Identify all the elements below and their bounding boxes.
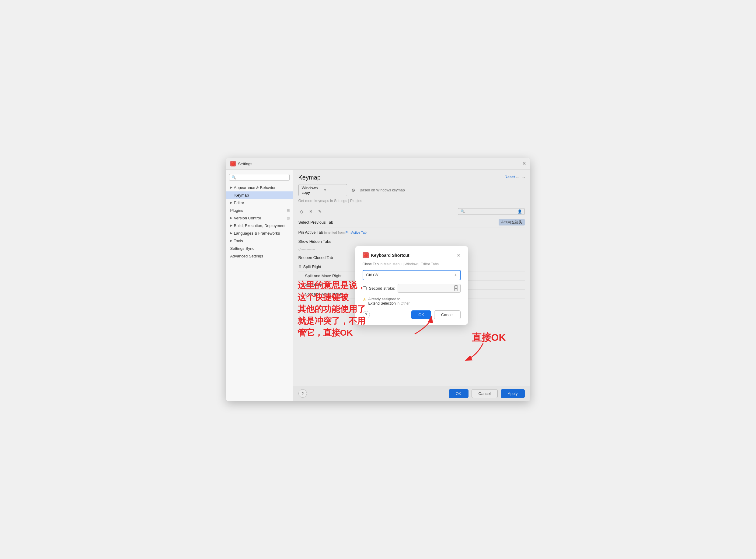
sidebar-item-label: Languages & Frameworks — [234, 231, 280, 236]
collapse-arrow-icon: ▶ — [230, 231, 232, 234]
sidebar-item-appearance[interactable]: ▶ Appearance & Behavior — [226, 184, 293, 192]
sidebar-item-advanced-settings[interactable]: Advanced Settings — [226, 252, 293, 260]
main-layout: 🔍 ▶ Appearance & Behavior Keymap ▶ Edito… — [226, 170, 530, 401]
sidebar-item-version-control[interactable]: ▶ Version Control ▤ — [226, 214, 293, 222]
modal-subtitle: Close Tab in Main Menu | Window | Editor… — [363, 262, 461, 266]
warning-item: Extend Selection — [368, 301, 396, 306]
collapse-arrow-icon: ▶ — [230, 216, 232, 219]
sidebar-item-label: Appearance & Behavior — [234, 185, 276, 190]
modal-title: Keyboard Shortcut — [371, 253, 457, 258]
keyboard-shortcut-dialog: 🔴 Keyboard Shortcut ✕ Close Tab in Main … — [355, 246, 468, 325]
window-title: Settings — [238, 162, 252, 166]
modal-action-label: Close Tab — [363, 262, 379, 266]
sidebar-item-label: Tools — [234, 239, 243, 243]
sidebar-item-label: Build, Execution, Deployment — [234, 223, 286, 228]
sidebar: 🔍 ▶ Appearance & Behavior Keymap ▶ Edito… — [226, 170, 293, 401]
warning-prefix: Already assigned to: — [368, 297, 402, 301]
second-stroke-row: Second stroke: + — [363, 284, 461, 293]
warning-text: Already assigned to: Extend Selection in… — [368, 297, 410, 306]
modal-overlay: 🔴 Keyboard Shortcut ✕ Close Tab in Main … — [293, 170, 530, 401]
app-icon: 🔴 — [230, 161, 236, 166]
shortcut-input-row[interactable]: Ctrl+W + — [363, 270, 461, 280]
modal-action-path: in Main Menu | Window | Editor Tabs — [380, 262, 439, 266]
shortcut-value: Ctrl+W — [366, 273, 454, 277]
modal-actions: ? OK Cancel — [363, 310, 461, 319]
collapse-arrow-icon: ▶ — [230, 201, 232, 204]
settings-window: 🔴 Settings ✕ 🔍 ▶ Appearance & Behavior K… — [226, 158, 530, 401]
sidebar-item-tools[interactable]: ▶ Tools — [226, 237, 293, 245]
warning-icon: ⚠ — [363, 297, 367, 302]
second-stroke-checkbox[interactable] — [363, 286, 367, 290]
window-close-button[interactable]: ✕ — [522, 161, 526, 166]
sidebar-item-build[interactable]: ▶ Build, Execution, Deployment — [226, 222, 293, 229]
sidebar-item-label: Editor — [234, 201, 244, 205]
sidebar-item-keymap[interactable]: Keymap — [226, 192, 293, 199]
modal-app-icon: 🔴 — [363, 252, 369, 258]
sidebar-item-plugins[interactable]: Plugins ▤ — [226, 207, 293, 214]
warning-context-detail: in Other — [397, 301, 410, 306]
titlebar: 🔴 Settings ✕ — [226, 158, 530, 170]
sidebar-item-languages[interactable]: ▶ Languages & Frameworks — [226, 229, 293, 237]
collapse-arrow-icon: ▶ — [230, 239, 232, 242]
add-second-stroke-button[interactable]: + — [454, 286, 458, 291]
modal-help-button[interactable]: ? — [363, 311, 370, 318]
sidebar-search-input[interactable] — [237, 175, 287, 180]
sidebar-item-label: Advanced Settings — [230, 254, 263, 258]
sidebar-item-settings-sync[interactable]: Settings Sync — [226, 245, 293, 252]
content-area: Keymap Reset ← → Windows copy ▼ ⚙ Based … — [293, 170, 530, 401]
collapse-arrow-icon: ▶ — [230, 224, 232, 227]
vc-icon: ▤ — [287, 216, 290, 220]
warning-row: ⚠ Already assigned to: Extend Selection … — [363, 297, 461, 306]
modal-ok-button[interactable]: OK — [411, 310, 431, 319]
modal-close-button[interactable]: ✕ — [457, 252, 461, 258]
plugin-icon: ▤ — [287, 208, 290, 213]
modal-titlebar: 🔴 Keyboard Shortcut ✕ — [363, 252, 461, 258]
sidebar-search-box[interactable]: 🔍 — [229, 174, 290, 181]
add-shortcut-button[interactable]: + — [454, 272, 457, 278]
second-stroke-input[interactable]: + — [398, 284, 460, 293]
sidebar-item-label: Plugins — [230, 208, 287, 213]
modal-cancel-button[interactable]: Cancel — [434, 310, 460, 319]
second-stroke-label: Second stroke: — [369, 286, 395, 291]
sidebar-item-label: Keymap — [234, 193, 249, 198]
search-icon: 🔍 — [231, 175, 236, 180]
sidebar-item-editor[interactable]: ▶ Editor — [226, 199, 293, 207]
sidebar-item-label: Settings Sync — [230, 246, 255, 251]
sidebar-item-label: Version Control — [234, 216, 287, 220]
collapse-arrow-icon: ▶ — [230, 186, 232, 189]
